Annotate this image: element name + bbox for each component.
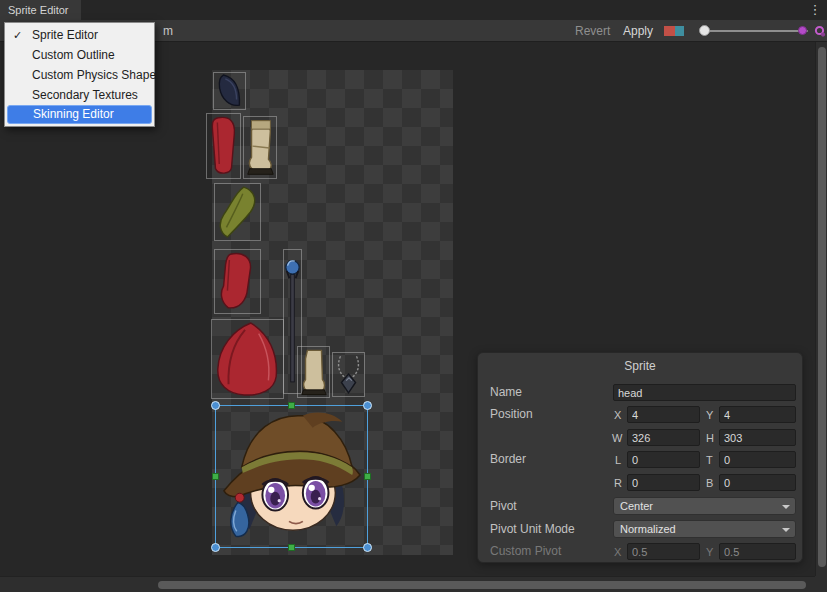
position-h-field[interactable]	[719, 429, 796, 446]
sprite-sleeve[interactable]	[206, 113, 241, 179]
kebab-menu-icon[interactable]: ⋮	[806, 0, 824, 20]
border-t-field[interactable]	[719, 451, 796, 468]
position-y-field[interactable]	[719, 406, 796, 423]
custom-pivot-label: Custom Pivot	[490, 543, 561, 560]
border-t-label: T	[706, 452, 713, 469]
sprite-head-selected[interactable]	[215, 405, 368, 548]
selection-handle-left-mid[interactable]	[212, 473, 219, 480]
position-label: Position	[490, 406, 533, 423]
position-w-label: W	[612, 430, 622, 447]
position-y-label: Y	[706, 407, 713, 424]
zoom-slider-marker	[798, 26, 807, 35]
panel-title: Sprite	[478, 359, 802, 373]
name-label: Name	[490, 384, 522, 401]
sprite-arm[interactable]	[214, 249, 261, 314]
revert-button[interactable]: Revert	[571, 23, 614, 39]
sprite-editor-mode-menu: ✓ Sprite Editor Custom Outline Custom Ph…	[4, 22, 155, 127]
scrollbar-corner	[815, 576, 827, 592]
check-icon: ✓	[13, 25, 27, 45]
menu-item-label: Secondary Textures	[32, 88, 138, 102]
chevron-down-icon	[782, 505, 790, 509]
pivot-label: Pivot	[490, 498, 517, 515]
border-r-field[interactable]	[627, 474, 700, 491]
selection-handle-top-mid[interactable]	[288, 402, 295, 409]
position-w-field[interactable]	[627, 429, 700, 446]
pivot-select[interactable]: Center	[613, 497, 796, 515]
menu-item-label: Custom Physics Shape	[32, 68, 156, 82]
custom-pivot-x-field	[627, 543, 700, 560]
horizontal-scrollbar-thumb[interactable]	[158, 581, 806, 589]
border-l-field[interactable]	[627, 451, 700, 468]
custom-pivot-x-label: X	[614, 544, 621, 561]
border-label: Border	[490, 451, 526, 468]
zoom-slider-track[interactable]	[700, 30, 808, 32]
sprite-scarf[interactable]	[214, 183, 261, 241]
menu-item-label: Sprite Editor	[32, 28, 98, 42]
border-l-label: L	[615, 452, 621, 469]
pivot-value: Center	[620, 500, 653, 512]
menu-item-custom-physics-shape[interactable]: Custom Physics Shape	[5, 65, 154, 85]
selection-handle-bottom-left[interactable]	[211, 543, 220, 552]
selection-handle-bottom-mid[interactable]	[288, 544, 295, 551]
pivot-unit-mode-label: Pivot Unit Mode	[490, 521, 575, 538]
sprite-hood[interactable]	[211, 319, 284, 399]
position-h-label: H	[706, 430, 714, 447]
menu-item-secondary-textures[interactable]: Secondary Textures	[5, 85, 154, 105]
menu-item-label: Skinning Editor	[33, 107, 114, 121]
mip-level-icon	[814, 24, 826, 37]
sprite-inspector-panel: Sprite Name Position X Y W H Border L T …	[477, 352, 803, 563]
position-x-field[interactable]	[627, 406, 700, 423]
apply-button[interactable]: Apply	[619, 23, 657, 39]
custom-pivot-y-field	[719, 543, 796, 560]
horizontal-scrollbar[interactable]	[0, 576, 815, 592]
window-tab-sprite-editor[interactable]: Sprite Editor	[0, 0, 81, 20]
position-x-label: X	[614, 407, 621, 424]
vertical-scrollbar[interactable]	[815, 42, 827, 576]
sprite-amulet[interactable]	[332, 352, 365, 397]
title-bar: Sprite Editor ⋮	[0, 0, 827, 20]
selection-handle-top-left[interactable]	[211, 401, 220, 410]
rgb-alpha-toggle-icon[interactable]	[663, 24, 685, 38]
menu-item-label: Custom Outline	[32, 48, 115, 62]
sprite-boot-2[interactable]	[297, 346, 330, 398]
selection-handle-top-right[interactable]	[363, 401, 372, 410]
menu-item-custom-outline[interactable]: Custom Outline	[5, 45, 154, 65]
pivot-unit-mode-select[interactable]: Normalized	[613, 520, 796, 538]
chevron-down-icon	[782, 528, 790, 532]
name-field[interactable]	[613, 384, 796, 401]
trim-button-partial[interactable]: m	[163, 24, 173, 38]
menu-item-skinning-editor[interactable]: Skinning Editor	[7, 105, 152, 124]
selection-handle-bottom-right[interactable]	[363, 543, 372, 552]
border-b-label: B	[706, 475, 713, 492]
selection-handle-right-mid[interactable]	[364, 473, 371, 480]
border-r-label: R	[614, 475, 622, 492]
custom-pivot-y-label: Y	[706, 544, 713, 561]
menu-item-sprite-editor[interactable]: ✓ Sprite Editor	[5, 25, 154, 45]
vertical-scrollbar-thumb[interactable]	[818, 47, 826, 567]
pivot-unit-mode-value: Normalized	[620, 523, 676, 535]
border-b-field[interactable]	[719, 474, 796, 491]
zoom-slider-knob[interactable]	[699, 25, 710, 36]
sprite-hat-tail[interactable]	[213, 72, 246, 110]
sprite-boot-1[interactable]	[243, 116, 277, 179]
